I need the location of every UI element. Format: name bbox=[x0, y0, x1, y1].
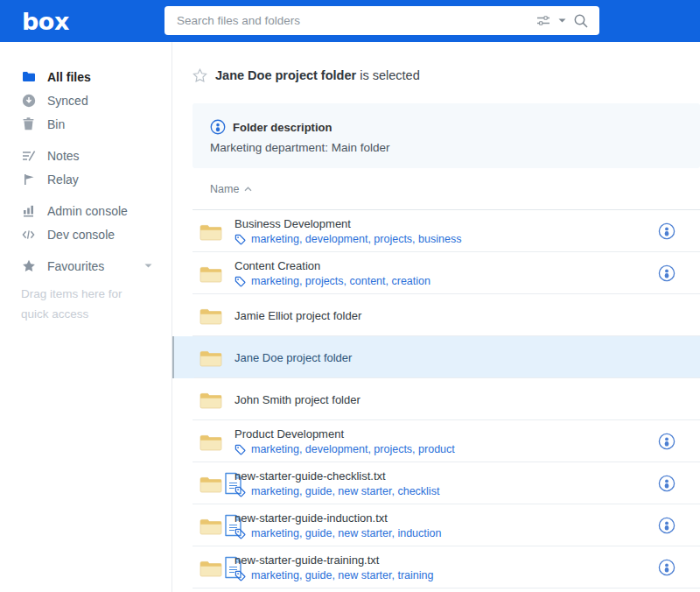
tag-icon bbox=[234, 444, 246, 455]
table-row[interactable]: new-starter-guide-checklist.txt marketin… bbox=[172, 462, 700, 504]
selection-header: Jane Doe project folder is selected bbox=[192, 68, 700, 82]
table-row[interactable]: Business Development marketing, developm… bbox=[172, 210, 700, 252]
tag-icon bbox=[234, 486, 246, 497]
sidebar-item-relay[interactable]: Relay bbox=[0, 167, 172, 191]
sort-ascending-icon bbox=[244, 187, 252, 192]
table-header[interactable]: Name bbox=[172, 168, 700, 210]
tag-icon bbox=[234, 234, 246, 245]
sidebar-item-admin-console[interactable]: Admin console bbox=[0, 199, 172, 222]
relay-flag-icon bbox=[21, 173, 36, 186]
item-tags[interactable]: marketing, guide, new starter, checklist bbox=[234, 485, 439, 497]
item-name[interactable]: Jamie Elliot project folder bbox=[234, 309, 361, 322]
box-logo[interactable]: box bbox=[22, 10, 69, 33]
topbar: box bbox=[0, 0, 700, 42]
search-icon[interactable] bbox=[573, 13, 589, 29]
sidebar-item-label: Dev console bbox=[47, 228, 115, 242]
tag-icon bbox=[234, 528, 246, 539]
shared-person-icon[interactable] bbox=[658, 475, 676, 492]
selection-suffix: is selected bbox=[356, 68, 420, 82]
trash-icon bbox=[21, 117, 36, 130]
tags-text: marketing, guide, new starter, training bbox=[251, 569, 433, 581]
star-icon bbox=[21, 259, 36, 272]
folder-icon bbox=[200, 433, 222, 451]
table-row[interactable]: Product Development marketing, developme… bbox=[172, 420, 700, 462]
star-outline-icon[interactable] bbox=[192, 68, 207, 82]
item-name[interactable]: Business Development bbox=[234, 217, 461, 230]
sidebar-item-label: Bin bbox=[47, 117, 65, 131]
tag-icon bbox=[234, 276, 246, 287]
table-row[interactable]: Jamie Elliot project folder bbox=[172, 294, 700, 336]
search-input[interactable] bbox=[177, 14, 529, 27]
table-row[interactable]: Jane Doe project folder bbox=[172, 336, 700, 378]
sidebar: All files Synced Bin Notes bbox=[0, 42, 172, 592]
folder-description-panel: Folder description Marketing department:… bbox=[192, 103, 700, 168]
tags-text: marketing, development, projects, busine… bbox=[251, 233, 461, 245]
sidebar-item-label: Favourites bbox=[47, 259, 104, 273]
item-name[interactable]: new-starter-guide-training.txt bbox=[234, 553, 433, 567]
sync-icon bbox=[21, 94, 36, 108]
item-name[interactable]: new-starter-guide-induction.txt bbox=[234, 511, 441, 525]
notes-icon bbox=[21, 150, 36, 162]
box-app: box All files bbox=[0, 0, 700, 592]
description-title: Folder description bbox=[233, 121, 332, 134]
person-circle-icon bbox=[210, 119, 226, 135]
table-row[interactable]: new-starter-guide-training.txt marketing… bbox=[172, 546, 700, 588]
folder-icon bbox=[200, 475, 222, 493]
chevron-down-icon[interactable] bbox=[144, 264, 152, 268]
table-row[interactable]: Content Creation marketing, projects, co… bbox=[172, 252, 700, 294]
favourites-hint: Drag items here for quick access bbox=[0, 278, 172, 324]
shared-person-icon[interactable] bbox=[658, 559, 676, 576]
sidebar-item-bin[interactable]: Bin bbox=[0, 112, 172, 136]
table-row[interactable]: John Smith project folder bbox=[172, 378, 700, 420]
sidebar-item-label: Notes bbox=[47, 149, 80, 163]
item-name[interactable]: Content Creation bbox=[234, 259, 430, 272]
tags-text: marketing, projects, content, creation bbox=[251, 275, 430, 287]
sidebar-item-synced[interactable]: Synced bbox=[0, 88, 172, 112]
table-row[interactable]: new-starter-guide-induction.txt marketin… bbox=[172, 504, 700, 546]
folder-icon bbox=[200, 264, 222, 283]
folder-icon bbox=[200, 307, 222, 325]
filter-caret-icon[interactable] bbox=[558, 18, 566, 23]
item-tags[interactable]: marketing, development, projects, produc… bbox=[234, 443, 455, 455]
tags-text: marketing, guide, new starter, induction bbox=[251, 527, 441, 539]
description-text: Marketing department: Main folder bbox=[210, 141, 682, 154]
search-filter-icon[interactable] bbox=[536, 15, 551, 26]
bar-chart-icon bbox=[21, 204, 36, 217]
folder-icon bbox=[200, 391, 222, 409]
code-icon bbox=[21, 229, 36, 240]
tag-icon bbox=[234, 570, 246, 581]
sidebar-item-favourites[interactable]: Favourites bbox=[0, 254, 172, 278]
sidebar-item-label: Synced bbox=[47, 94, 88, 108]
sidebar-item-label: Relay bbox=[47, 173, 79, 187]
sidebar-item-label: Admin console bbox=[47, 204, 128, 218]
file-list: Business Development marketing, developm… bbox=[172, 210, 700, 588]
sidebar-item-notes[interactable]: Notes bbox=[0, 144, 172, 167]
item-name[interactable]: new-starter-guide-checklist.txt bbox=[234, 469, 439, 483]
sidebar-item-label: All files bbox=[47, 70, 91, 84]
shared-person-icon[interactable] bbox=[658, 264, 676, 282]
shared-person-icon[interactable] bbox=[658, 433, 676, 450]
item-name[interactable]: Product Development bbox=[234, 427, 455, 440]
folder-icon bbox=[200, 517, 222, 535]
name-column-header[interactable]: Name bbox=[210, 183, 239, 195]
folder-icon bbox=[200, 559, 222, 577]
selected-item-name: Jane Doe project folder bbox=[215, 68, 356, 82]
shared-person-icon[interactable] bbox=[658, 517, 676, 534]
item-name[interactable]: Jane Doe project folder bbox=[234, 351, 352, 364]
tags-text: marketing, development, projects, produc… bbox=[251, 443, 455, 455]
folder-icon bbox=[200, 222, 222, 241]
shared-person-icon[interactable] bbox=[658, 222, 676, 240]
item-tags[interactable]: marketing, development, projects, busine… bbox=[234, 233, 461, 245]
folder-icon bbox=[200, 349, 222, 367]
item-tags[interactable]: marketing, projects, content, creation bbox=[234, 275, 430, 287]
search-bar bbox=[164, 6, 599, 35]
folder-icon bbox=[21, 71, 36, 82]
item-tags[interactable]: marketing, guide, new starter, induction bbox=[234, 527, 441, 539]
item-name[interactable]: John Smith project folder bbox=[234, 393, 360, 406]
tags-text: marketing, guide, new starter, checklist bbox=[251, 485, 439, 497]
sidebar-item-all-files[interactable]: All files bbox=[0, 65, 172, 88]
main-content: Jane Doe project folder is selected Fold… bbox=[172, 42, 700, 592]
item-tags[interactable]: marketing, guide, new starter, training bbox=[234, 569, 433, 581]
sidebar-item-dev-console[interactable]: Dev console bbox=[0, 222, 172, 246]
